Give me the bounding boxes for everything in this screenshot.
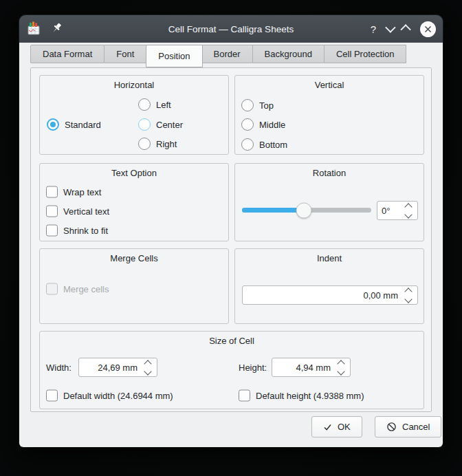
tab-bar: Data Format Font Position Border Backgro…	[30, 45, 406, 67]
cancel-icon	[386, 422, 397, 432]
app-icon	[26, 21, 41, 38]
width-spinbox[interactable]: 24,69 mm	[78, 358, 157, 377]
check-icon	[323, 423, 332, 431]
group-indent: Indent 0,00 mm	[234, 248, 424, 324]
checkbox-vertical-text[interactable]: Vertical text	[46, 206, 109, 217]
spin-down-icon[interactable]	[337, 367, 344, 375]
pin-icon[interactable]	[50, 21, 63, 37]
group-title: Rotation	[235, 168, 424, 178]
width-value[interactable]: 24,69 mm	[79, 363, 142, 373]
checkbox-shrink-to-fit[interactable]: Shrink to fit	[46, 225, 108, 237]
group-merge-cells: Merge Cells Merge cells	[39, 248, 229, 324]
radio-bottom[interactable]: Bottom	[241, 138, 287, 151]
spin-up-icon[interactable]	[404, 288, 412, 295]
tab-cell-protection[interactable]: Cell Protection	[324, 45, 407, 63]
spin-up-icon[interactable]	[337, 360, 344, 367]
spinner-arrows[interactable]	[335, 359, 350, 376]
checkbox-merge-cells-icon	[46, 283, 58, 295]
tab-position[interactable]: Position	[146, 45, 202, 67]
group-title: Size of Cell	[40, 336, 424, 346]
cancel-button[interactable]: Cancel	[375, 416, 441, 437]
chevron-up-icon	[400, 24, 411, 35]
radio-bottom-label: Bottom	[259, 140, 287, 150]
checkbox-wrap-text-icon[interactable]	[46, 186, 58, 198]
tab-background[interactable]: Background	[253, 45, 324, 63]
checkbox-default-height-icon[interactable]	[239, 390, 250, 402]
group-title: Merge Cells	[40, 253, 228, 263]
radio-left-label: Left	[156, 100, 171, 110]
checkbox-merge-cells: Merge cells	[46, 283, 109, 295]
chevron-down-icon	[385, 22, 396, 33]
radio-top-icon[interactable]	[241, 99, 254, 111]
help-button[interactable]: ?	[371, 24, 376, 34]
height-value[interactable]: 4,94 mm	[272, 363, 335, 373]
checkbox-vertical-text-icon[interactable]	[46, 206, 58, 217]
group-text-option: Text Option Wrap text Vertical text Shri…	[39, 163, 229, 241]
radio-top-label: Top	[259, 100, 274, 111]
radio-standard-label: Standard	[65, 120, 101, 130]
minimize-button[interactable]	[386, 24, 393, 34]
checkbox-default-width-label: Default width (24.6944 mm)	[63, 391, 173, 401]
tab-border[interactable]: Border	[202, 45, 253, 63]
close-icon	[424, 25, 432, 33]
radio-left[interactable]: Left	[138, 98, 171, 111]
height-label: Height:	[239, 363, 267, 373]
maximize-button[interactable]	[403, 24, 410, 34]
close-button[interactable]	[420, 21, 436, 37]
radio-left-icon[interactable]	[138, 98, 151, 111]
spin-up-icon[interactable]	[404, 203, 412, 210]
radio-center-label: Center	[156, 120, 183, 130]
ok-button-label: OK	[338, 422, 351, 432]
radio-center[interactable]: Center	[138, 118, 183, 131]
checkbox-default-width[interactable]: Default width (24.6944 mm)	[46, 390, 173, 402]
radio-right-label: Right	[156, 139, 177, 149]
group-title: Horizontal	[40, 80, 228, 90]
radio-right-icon[interactable]	[138, 138, 151, 150]
checkbox-vertical-text-label: Vertical text	[63, 206, 109, 217]
spin-up-icon[interactable]	[144, 360, 151, 367]
spin-down-icon[interactable]	[404, 295, 412, 303]
group-title: Indent	[235, 253, 424, 263]
spin-down-icon[interactable]	[404, 210, 412, 218]
spin-down-icon[interactable]	[144, 367, 151, 375]
rotation-value[interactable]: 0°	[377, 206, 402, 216]
radio-middle[interactable]: Middle	[241, 118, 285, 131]
radio-middle-icon[interactable]	[241, 118, 254, 131]
height-spinbox[interactable]: 4,94 mm	[272, 358, 351, 377]
ok-button[interactable]: OK	[311, 416, 362, 437]
spinner-arrows[interactable]	[142, 359, 157, 376]
indent-spinbox[interactable]: 0,00 mm	[242, 285, 418, 305]
radio-standard[interactable]: Standard	[47, 118, 101, 131]
rotation-slider-track[interactable]	[242, 208, 371, 213]
group-vertical: Vertical Top Middle Bottom	[234, 75, 424, 155]
checkbox-default-width-icon[interactable]	[46, 390, 58, 402]
tab-data-format[interactable]: Data Format	[30, 45, 104, 63]
dialog-content: Data Format Font Position Border Backgro…	[19, 43, 443, 447]
radio-bottom-icon[interactable]	[241, 138, 254, 151]
screenshot-background: Cell Format — Calligra Sheets	[0, 0, 462, 476]
spinner-arrows[interactable]	[402, 202, 417, 219]
radio-standard-icon[interactable]	[47, 118, 59, 131]
radio-top[interactable]: Top	[241, 99, 274, 111]
checkbox-default-height[interactable]: Default height (4.9388 mm)	[239, 390, 364, 402]
radio-center-icon[interactable]	[138, 118, 151, 131]
tab-font[interactable]: Font	[104, 45, 146, 63]
width-label: Width:	[46, 363, 72, 373]
rotation-spinbox[interactable]: 0°	[377, 201, 418, 220]
group-title: Vertical	[235, 80, 424, 90]
rotation-slider[interactable]	[242, 202, 371, 218]
checkbox-default-height-label: Default height (4.9388 mm)	[256, 391, 364, 401]
group-rotation: Rotation 0°	[234, 163, 424, 241]
checkbox-wrap-text[interactable]: Wrap text	[46, 186, 101, 198]
checkbox-shrink-to-fit-label: Shrink to fit	[63, 226, 108, 236]
checkbox-shrink-to-fit-icon[interactable]	[46, 225, 58, 237]
indent-value[interactable]: 0,00 mm	[243, 290, 402, 301]
rotation-slider-fill	[242, 208, 304, 213]
titlebar[interactable]: Cell Format — Calligra Sheets	[19, 15, 443, 43]
rotation-slider-handle[interactable]	[296, 202, 312, 218]
group-size-of-cell: Size of Cell Width: 24,69 mm Height:	[39, 331, 424, 409]
checkbox-wrap-text-label: Wrap text	[63, 187, 101, 197]
radio-right[interactable]: Right	[138, 138, 177, 150]
spinner-arrows[interactable]	[402, 287, 417, 304]
position-tab-panel: Horizontal Standard Left Center	[30, 67, 432, 412]
